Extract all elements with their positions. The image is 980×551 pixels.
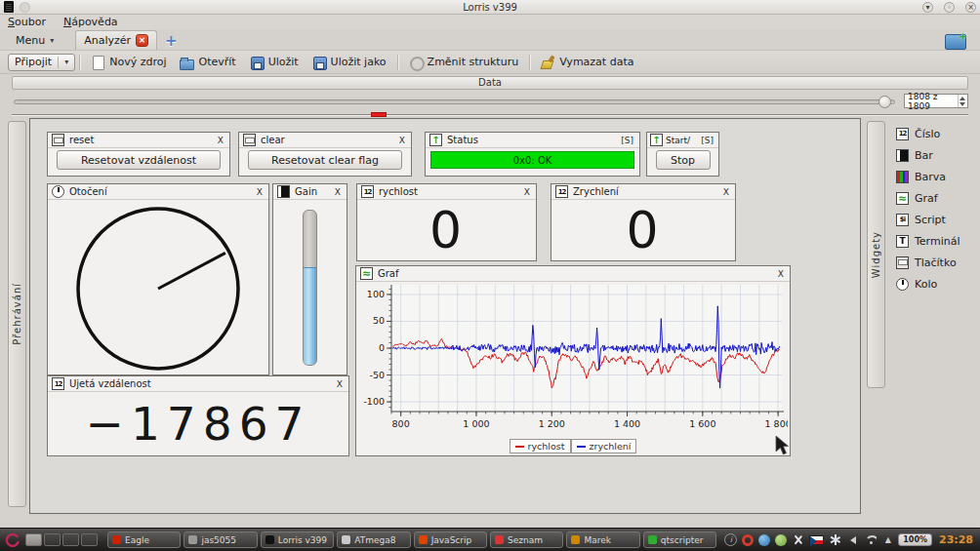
desktop-3[interactable]: [62, 533, 79, 546]
menu-window-icon[interactable]: ◦: [944, 2, 955, 13]
close-window-icon[interactable]: ×: [965, 2, 976, 13]
toolbar-button-structure[interactable]: Změnit strukturu: [402, 53, 526, 72]
widget-gain[interactable]: GainX: [272, 183, 347, 375]
czech-flag-icon[interactable]: [809, 535, 824, 545]
tab-close-icon[interactable]: ×: [136, 34, 148, 47]
task-marek[interactable]: Marek: [566, 531, 639, 548]
task-javascrip[interactable]: JavaScrip: [414, 531, 487, 548]
close-icon[interactable]: X: [257, 187, 265, 197]
bar-icon: [896, 149, 909, 162]
new-source-icon: [91, 56, 104, 69]
reset-clear-flag-button[interactable]: Resetovat clear flag: [248, 150, 402, 170]
titlebar-menu-button[interactable]: [20, 2, 30, 13]
desktop-4[interactable]: [81, 533, 98, 546]
menu-soubor[interactable]: Soubor: [8, 16, 46, 28]
new-window-icon[interactable]: [945, 34, 966, 50]
palette-item-script[interactable]: Script: [896, 209, 978, 230]
info-icon[interactable]: [724, 533, 737, 546]
window-controls: ▾◦×: [922, 2, 976, 13]
close-icon[interactable]: X: [778, 269, 786, 279]
widget-canvas[interactable]: resetX Resetovat vzdálenost clearX Reset…: [29, 118, 861, 514]
palette-item-terminal[interactable]: Terminál: [896, 230, 978, 252]
battery-indicator[interactable]: 100%: [898, 533, 932, 546]
widget-clear[interactable]: clearX Resetovat clear flag: [238, 132, 412, 177]
add-tab-icon[interactable]: +: [165, 32, 178, 50]
color-icon: [896, 171, 909, 183]
opera-icon[interactable]: [742, 534, 754, 546]
data-section-header[interactable]: Data: [12, 76, 968, 90]
menubar: Soubor Nápověda: [0, 15, 980, 29]
widget-reset[interactable]: resetX Resetovat vzdálenost: [47, 132, 230, 177]
toolbar-button-clear-data[interactable]: Vymazat data: [534, 53, 640, 72]
toolbar-button-new-source[interactable]: Nový zdroj: [84, 53, 173, 72]
number-icon: [896, 128, 909, 140]
globe-icon[interactable]: [758, 534, 770, 546]
widget-status[interactable]: Status[S] 0x0: OK: [425, 132, 640, 177]
widget-rotation[interactable]: OtočeníX: [47, 183, 269, 375]
palette-item-number[interactable]: Číslo: [896, 123, 978, 144]
spinner-arrows[interactable]: [958, 95, 967, 107]
toolbar-button-save-as[interactable]: Uložit jako: [306, 53, 393, 72]
palette-item-color[interactable]: Barva: [896, 166, 978, 187]
bluetooth-icon[interactable]: [829, 533, 841, 546]
widget-distance[interactable]: Ujetá vzdálenostX −17867: [47, 375, 349, 456]
task-qtscripter[interactable]: qtscripter: [643, 531, 716, 548]
toolbar-button-open[interactable]: Otevřít: [173, 53, 242, 72]
close-icon[interactable]: X: [337, 379, 345, 389]
palette-item-bar[interactable]: Bar: [896, 144, 978, 166]
widget-start[interactable]: Start/[S] Stop: [646, 132, 719, 177]
menu-dropdown-button[interactable]: Menu▾: [8, 31, 61, 50]
widget-graph[interactable]: GrafX 8001 0001 2001 4001 6001 800-100-5…: [355, 265, 791, 456]
task-lorris-v399[interactable]: Lorris v399: [261, 531, 334, 548]
chat-icon[interactable]: [775, 534, 787, 546]
save-as-icon: [312, 56, 326, 69]
wifi-icon[interactable]: [864, 533, 877, 546]
spin-up-icon[interactable]: [960, 97, 965, 100]
svg-text:1 000: 1 000: [463, 418, 489, 429]
close-icon[interactable]: X: [723, 187, 731, 197]
start-menu-icon[interactable]: [4, 531, 21, 549]
desktop-1[interactable]: [25, 533, 42, 546]
connect-button[interactable]: Připojit ▾: [8, 54, 75, 71]
caret-up-icon[interactable]: [881, 533, 894, 546]
widget-accel[interactable]: ZrychleníX 0: [551, 183, 736, 261]
close-icon[interactable]: X: [218, 136, 225, 145]
task-icon: [342, 535, 350, 544]
structure-icon: [409, 56, 423, 69]
gain-slider[interactable]: [303, 210, 317, 366]
left-dock-tab-prehravani[interactable]: Přehrávání: [8, 121, 26, 507]
speaker-icon[interactable]: [846, 533, 859, 546]
task-atmega8[interactable]: ATmega8: [337, 531, 410, 548]
task-eagle[interactable]: Eagle: [107, 531, 181, 548]
status-value: 0x0: OK: [430, 151, 634, 169]
menu-napoveda[interactable]: Nápověda: [63, 16, 118, 28]
stop-button[interactable]: Stop: [656, 150, 711, 170]
toolbar-button-save[interactable]: Uložit: [243, 53, 306, 72]
desktop-2[interactable]: [44, 533, 61, 546]
position-marker: [371, 112, 387, 117]
close-icon[interactable]: X: [524, 187, 532, 197]
palette-item-button[interactable]: Tlačítko: [896, 252, 978, 273]
palette-item-graph[interactable]: Graf: [896, 187, 978, 209]
close-icon[interactable]: X: [335, 187, 343, 197]
slider-handle[interactable]: [878, 96, 891, 108]
position-spinbox[interactable]: 1808 z 1809: [904, 94, 968, 108]
arrow-up-icon: [650, 134, 663, 146]
reset-distance-button[interactable]: Resetovat vzdálenost: [57, 150, 220, 170]
scissors-icon[interactable]: [792, 533, 804, 546]
svg-text:-50: -50: [369, 370, 385, 380]
bar-icon: [277, 185, 290, 198]
shade-window-icon[interactable]: ▾: [922, 2, 933, 13]
right-dock-tab-widgety[interactable]: Widgety: [867, 121, 885, 388]
widget-speed[interactable]: rychlostX 0: [356, 183, 537, 261]
legend-item-zrychlen: zrychlení: [571, 439, 637, 453]
task-seznam[interactable]: Seznam: [490, 531, 563, 548]
palette-item-wheel[interactable]: Kolo: [896, 273, 978, 295]
button-widget-icon: [243, 134, 256, 146]
tab-analyzer[interactable]: Analyzér×: [75, 30, 157, 50]
spin-down-icon[interactable]: [960, 102, 965, 106]
task-jas5055[interactable]: jas5055: [184, 531, 257, 548]
close-icon[interactable]: X: [399, 136, 407, 145]
playback-slider[interactable]: [14, 99, 895, 104]
clock[interactable]: 23:28: [939, 533, 973, 546]
